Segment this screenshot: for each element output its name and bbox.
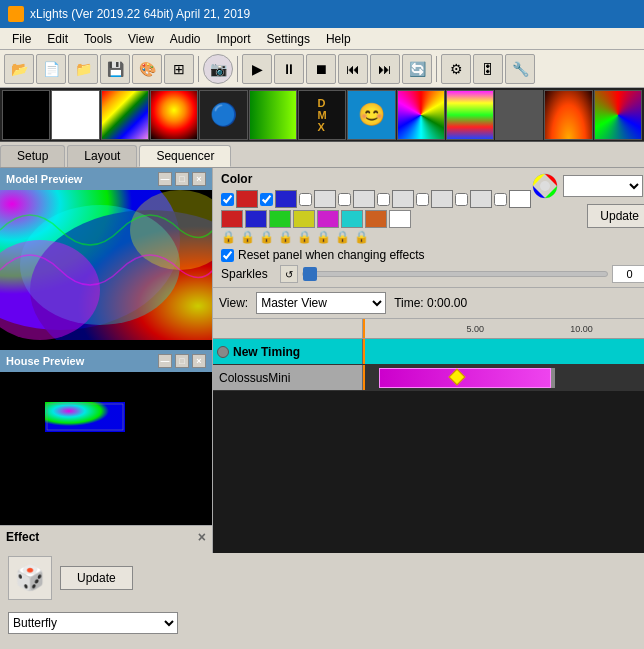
effect-update-button[interactable]: Update xyxy=(60,566,133,590)
preview-white[interactable] xyxy=(51,90,99,140)
menu-tools[interactable]: Tools xyxy=(76,30,120,48)
pause-button[interactable]: ⏸ xyxy=(274,54,304,84)
color-checkbox-4[interactable] xyxy=(338,193,351,206)
color-swatch-6[interactable] xyxy=(431,190,453,208)
stop-button[interactable]: ⏹ xyxy=(306,54,336,84)
house-preview-close[interactable]: × xyxy=(192,354,206,368)
color-swatch-3[interactable] xyxy=(314,190,336,208)
model-preview-close[interactable]: × xyxy=(192,172,206,186)
menu-edit[interactable]: Edit xyxy=(39,30,76,48)
preview-pinwheel[interactable] xyxy=(397,90,445,140)
view-dropdown[interactable]: Master View xyxy=(256,292,386,314)
house-preview-minimize[interactable]: — xyxy=(158,354,172,368)
model-preview-maximize[interactable]: □ xyxy=(175,172,189,186)
color-swatch-7[interactable] xyxy=(470,190,492,208)
preview-black[interactable] xyxy=(2,90,50,140)
lock-icon-5[interactable]: 🔒 xyxy=(297,230,312,244)
color-checkbox-6[interactable] xyxy=(416,193,429,206)
color-swatch-2[interactable] xyxy=(275,190,297,208)
tab-setup[interactable]: Setup xyxy=(0,145,65,167)
menu-view[interactable]: View xyxy=(120,30,162,48)
sparkles-value-input[interactable] xyxy=(612,265,644,283)
model-preview-minimize[interactable]: — xyxy=(158,172,172,186)
lock-icon-3[interactable]: 🔒 xyxy=(259,230,274,244)
fast-forward-button[interactable]: ⏭ xyxy=(370,54,400,84)
tab-layout[interactable]: Layout xyxy=(67,145,137,167)
menu-file[interactable]: File xyxy=(4,30,39,48)
camera-button[interactable]: 📷 xyxy=(203,54,233,84)
effect-select[interactable]: Butterfly xyxy=(8,612,178,634)
preview-starburst[interactable] xyxy=(150,90,198,140)
color-swatch-1[interactable] xyxy=(236,190,258,208)
swatch-cyan[interactable] xyxy=(341,210,363,228)
timeline-ruler: 5.00 10.00 xyxy=(363,319,644,338)
preview-dmx[interactable]: DMX xyxy=(298,90,346,140)
color-checkbox-8[interactable] xyxy=(494,193,507,206)
swatch-yellow[interactable] xyxy=(293,210,315,228)
save-button[interactable]: 💾 xyxy=(100,54,130,84)
preview-face[interactable]: 😊 xyxy=(347,90,395,140)
lock-icon-7[interactable]: 🔒 xyxy=(335,230,350,244)
color-update-button[interactable]: Update xyxy=(587,204,644,228)
preview-spiral[interactable] xyxy=(594,90,642,140)
reset-checkbox[interactable] xyxy=(221,249,234,262)
house-preview-maximize[interactable]: □ xyxy=(175,354,189,368)
sequencer-controls: View: Master View Time: 0:00.00 xyxy=(213,288,644,319)
open-recent-button[interactable]: 📁 xyxy=(68,54,98,84)
open-folder-button[interactable]: 📂 xyxy=(4,54,34,84)
color-checkbox-2[interactable] xyxy=(260,193,273,206)
timing-track-content[interactable] xyxy=(363,339,644,364)
color-checkbox-5[interactable] xyxy=(377,193,390,206)
color-checkbox-3[interactable] xyxy=(299,193,312,206)
color-wheel-icon[interactable] xyxy=(531,172,559,200)
loop-button[interactable]: 🔄 xyxy=(402,54,432,84)
preview-gradient[interactable] xyxy=(249,90,297,140)
swatch-green[interactable] xyxy=(269,210,291,228)
play-button[interactable]: ▶ xyxy=(242,54,272,84)
settings1-button[interactable]: ⚙ xyxy=(441,54,471,84)
effect-icon[interactable]: 🎲 xyxy=(8,556,52,600)
effect-block[interactable] xyxy=(379,368,552,388)
swatch-orange[interactable] xyxy=(365,210,387,228)
effect-dropdown-row: Butterfly xyxy=(0,608,212,638)
settings3-button[interactable]: 🔧 xyxy=(505,54,535,84)
color-swatch-4[interactable] xyxy=(353,190,375,208)
preview-dots[interactable]: 🔵 xyxy=(199,90,247,140)
playhead-line xyxy=(363,319,365,338)
menu-settings[interactable]: Settings xyxy=(259,30,318,48)
timing-track-circle[interactable] xyxy=(217,346,229,358)
tab-sequencer[interactable]: Sequencer xyxy=(139,145,231,167)
preview-rainbow[interactable] xyxy=(101,90,149,140)
preview-bars[interactable] xyxy=(446,90,494,140)
swatch-red[interactable] xyxy=(221,210,243,228)
house-preview-section: House Preview — □ × xyxy=(0,350,212,525)
preview-fire[interactable] xyxy=(544,90,592,140)
swatch-magenta[interactable] xyxy=(317,210,339,228)
swatch-white[interactable] xyxy=(389,210,411,228)
color-swatch-5[interactable] xyxy=(392,190,414,208)
preview-dark[interactable] xyxy=(495,90,543,140)
lock-icon-8[interactable]: 🔒 xyxy=(354,230,369,244)
grid-button[interactable]: ⊞ xyxy=(164,54,194,84)
model-track-content[interactable] xyxy=(363,365,644,390)
lock-icon-1[interactable]: 🔒 xyxy=(221,230,236,244)
house-preview-header: House Preview — □ × xyxy=(0,350,212,372)
sparkles-reset-button[interactable]: ↺ xyxy=(280,265,298,283)
sparkles-slider[interactable] xyxy=(302,271,608,277)
lock-icon-2[interactable]: 🔒 xyxy=(240,230,255,244)
new-file-button[interactable]: 📄 xyxy=(36,54,66,84)
color-checkbox-1[interactable] xyxy=(221,193,234,206)
effect-panel-close[interactable]: × xyxy=(198,529,206,545)
menu-audio[interactable]: Audio xyxy=(162,30,209,48)
render-button[interactable]: 🎨 xyxy=(132,54,162,84)
rewind-button[interactable]: ⏮ xyxy=(338,54,368,84)
menu-help[interactable]: Help xyxy=(318,30,359,48)
color-checkbox-7[interactable] xyxy=(455,193,468,206)
lock-icon-4[interactable]: 🔒 xyxy=(278,230,293,244)
color-swatch-8[interactable] xyxy=(509,190,531,208)
menu-import[interactable]: Import xyxy=(209,30,259,48)
color-preset-dropdown[interactable] xyxy=(563,175,643,197)
swatch-blue[interactable] xyxy=(245,210,267,228)
settings2-button[interactable]: 🎛 xyxy=(473,54,503,84)
lock-icon-6[interactable]: 🔒 xyxy=(316,230,331,244)
